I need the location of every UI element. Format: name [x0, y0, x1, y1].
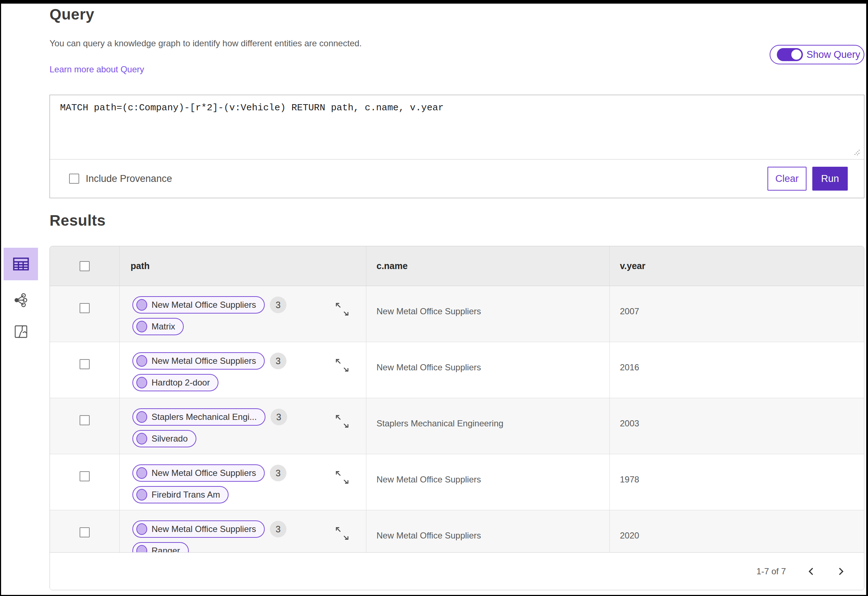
table-header-row: path c.name v.year: [50, 246, 864, 286]
include-provenance-checkbox[interactable]: [69, 174, 79, 184]
path-count-badge: 3: [270, 521, 286, 537]
include-provenance-control[interactable]: Include Provenance: [69, 173, 172, 184]
path-node-pill-2[interactable]: Hardtop 2-door: [132, 374, 218, 391]
path-count-badge: 3: [270, 465, 286, 481]
next-page-button[interactable]: [837, 567, 845, 576]
path-node-pill-2[interactable]: Firebird Trans Am: [132, 486, 229, 503]
query-text: MATCH path=(c:Company)-[r*2]-(v:Vehicle)…: [50, 95, 864, 113]
select-all-checkbox[interactable]: [80, 261, 90, 271]
table-row: Staplers Mechanical Engi... 3 Silverado …: [50, 398, 864, 454]
path-node-pill-1[interactable]: New Metal Office Suppliers: [132, 521, 265, 538]
resize-grip-icon[interactable]: [852, 147, 861, 156]
table-footer: 1-7 of 7: [50, 552, 864, 590]
run-button[interactable]: Run: [812, 167, 848, 190]
cell-vyear: 1978: [610, 454, 864, 485]
entity-node-icon: [136, 355, 147, 367]
row-checkbox[interactable]: [80, 471, 90, 481]
results-view-sidebar: [4, 248, 38, 341]
chevron-right-icon: [837, 567, 845, 576]
page-description: You can query a knowledge graph to ident…: [50, 38, 362, 49]
path-node-pill-1[interactable]: New Metal Office Suppliers: [132, 352, 265, 370]
entity-node-icon: [136, 489, 147, 500]
cell-cname: New Metal Office Suppliers: [366, 342, 610, 373]
row-checkbox[interactable]: [80, 527, 90, 537]
entity-node-icon: [136, 321, 147, 332]
path-node-pill-2[interactable]: Silverado: [132, 430, 196, 447]
map-view-tab[interactable]: [4, 322, 38, 341]
table-row: New Metal Office Suppliers 3 Hardtop 2-d…: [50, 342, 864, 398]
window-edge-top: [0, 0, 868, 4]
map-icon: [14, 325, 28, 338]
path-count-badge: 3: [270, 297, 286, 313]
column-header-path: path: [120, 261, 150, 271]
window-edge-right: [866, 0, 868, 596]
query-textarea[interactable]: MATCH path=(c:Company)-[r*2]-(v:Vehicle)…: [50, 95, 864, 159]
path-node-pill-1[interactable]: New Metal Office Suppliers: [132, 296, 265, 314]
cell-cname: New Metal Office Suppliers: [366, 454, 610, 485]
cell-vyear: 2016: [610, 342, 864, 373]
path-node-pill-2[interactable]: Ranger: [132, 542, 189, 552]
query-editor-panel: MATCH path=(c:Company)-[r*2]-(v:Vehicle)…: [50, 95, 864, 198]
show-query-toggle-button[interactable]: Show Query: [770, 45, 864, 64]
cell-cname: New Metal Office Suppliers: [366, 510, 610, 541]
table-row: New Metal Office Suppliers 3 Firebird Tr…: [50, 454, 864, 510]
entity-node-icon: [136, 411, 147, 423]
column-header-cname: c.name: [366, 261, 407, 271]
pagination-range: 1-7 of 7: [757, 566, 786, 577]
query-footer: Include Provenance Clear Run: [50, 159, 864, 198]
table-row: New Metal Office Suppliers 3 Matrix New …: [50, 286, 864, 342]
expand-path-icon[interactable]: [335, 414, 349, 429]
window-edge-left: [0, 0, 1, 596]
expand-path-icon[interactable]: [335, 526, 349, 541]
table-row: New Metal Office Suppliers 3 Ranger New …: [50, 510, 864, 552]
results-table: path c.name v.year New Metal Office Supp…: [50, 246, 864, 590]
entity-node-icon: [136, 377, 147, 388]
path-node-pill-1[interactable]: Staplers Mechanical Engi...: [132, 408, 266, 426]
cell-vyear: 2007: [610, 286, 864, 316]
entity-node-icon: [136, 523, 147, 535]
page-title: Query: [50, 6, 94, 23]
results-title: Results: [50, 212, 106, 229]
table-body: New Metal Office Suppliers 3 Matrix New …: [50, 286, 864, 552]
path-count-badge: 3: [270, 353, 286, 369]
cell-vyear: 2003: [610, 398, 864, 429]
entity-node-icon: [136, 433, 147, 444]
expand-path-icon[interactable]: [335, 358, 349, 373]
column-header-vyear: v.year: [610, 261, 645, 271]
toggle-switch[interactable]: [777, 48, 803, 61]
prev-page-button[interactable]: [807, 567, 816, 576]
entity-node-icon: [136, 467, 147, 479]
network-icon: [13, 292, 28, 308]
path-count-badge: 3: [270, 409, 287, 425]
entity-node-icon: [136, 545, 147, 552]
row-checkbox[interactable]: [80, 359, 90, 369]
cell-cname: Staplers Mechanical Engineering: [366, 398, 610, 429]
chevron-left-icon: [807, 567, 816, 576]
path-node-pill-1[interactable]: New Metal Office Suppliers: [132, 464, 265, 482]
cell-vyear: 2020: [610, 510, 864, 541]
cell-cname: New Metal Office Suppliers: [366, 286, 610, 316]
path-node-pill-2[interactable]: Matrix: [132, 318, 184, 335]
expand-path-icon[interactable]: [335, 470, 349, 485]
learn-more-link[interactable]: Learn more about Query: [50, 64, 144, 75]
table-view-tab[interactable]: [4, 248, 38, 280]
clear-button[interactable]: Clear: [768, 167, 806, 190]
toggle-knob: [791, 49, 802, 60]
row-checkbox[interactable]: [80, 415, 90, 425]
show-query-label: Show Query: [806, 49, 861, 60]
table-icon: [13, 257, 29, 271]
graph-view-tab[interactable]: [4, 290, 38, 311]
include-provenance-label: Include Provenance: [86, 173, 172, 184]
expand-path-icon[interactable]: [335, 302, 349, 317]
row-checkbox[interactable]: [80, 303, 90, 313]
entity-node-icon: [136, 299, 147, 311]
